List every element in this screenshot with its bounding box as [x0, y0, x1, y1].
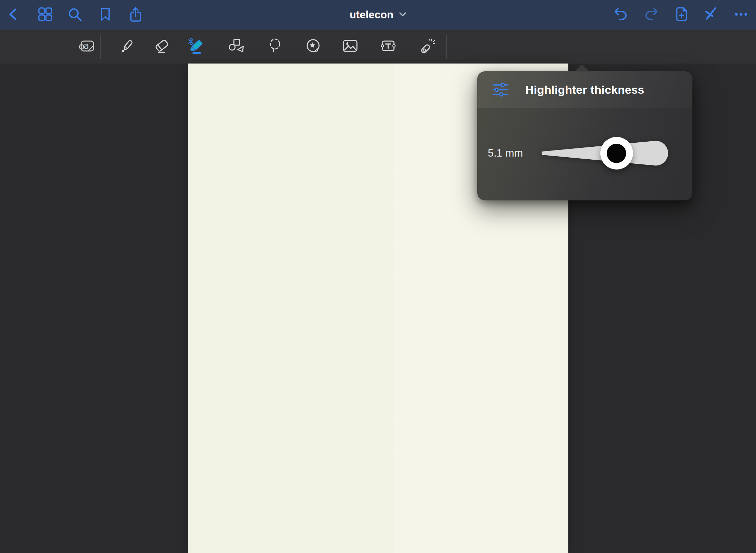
thickness-slider[interactable]	[541, 140, 670, 167]
app-screen: utelecon	[0, 0, 756, 553]
share-icon	[128, 6, 143, 23]
svg-text:a: a	[84, 41, 89, 51]
lasso-icon	[267, 38, 284, 56]
popover-caret	[574, 64, 590, 72]
more-button[interactable]	[730, 0, 752, 30]
thickness-slider-thumb[interactable]	[600, 137, 633, 170]
eraser-icon	[154, 38, 170, 56]
redo-icon	[643, 6, 658, 23]
redo-button[interactable]	[640, 0, 662, 30]
toolbar-divider	[100, 35, 101, 59]
drawing-toolbar: a	[0, 30, 756, 64]
bookmark-icon	[98, 7, 113, 23]
tool-highlighter[interactable]	[183, 30, 209, 64]
pages-overview-button[interactable]	[34, 0, 56, 30]
tool-laser-pointer[interactable]	[414, 30, 440, 64]
tool-stickers[interactable]	[300, 30, 326, 64]
back-button[interactable]	[3, 0, 24, 30]
thickness-value: 5.1 mm	[488, 147, 523, 160]
popover-header: Highlighter thickness	[477, 71, 692, 108]
image-icon	[342, 38, 358, 56]
ellipsis-icon	[734, 7, 749, 23]
pen-icon	[117, 38, 133, 56]
add-page-button[interactable]	[671, 0, 692, 30]
canvas-area: Highlighter thickness 5.1 mm	[0, 64, 756, 553]
add-page-icon	[674, 6, 689, 23]
popover-title: Highlighter thickness	[477, 71, 692, 108]
undo-icon	[614, 6, 629, 23]
crossed-pen-icon	[703, 7, 718, 23]
search-button[interactable]	[64, 0, 86, 30]
tool-eraser[interactable]	[149, 30, 175, 64]
tool-lasso[interactable]	[262, 30, 288, 64]
grid-icon	[38, 7, 53, 23]
sticker-star-icon	[305, 38, 321, 56]
bluetooth-icon	[189, 38, 193, 45]
laser-pointer-icon	[419, 38, 435, 56]
shapes-icon	[228, 38, 245, 56]
thickness-slider-thumb-core	[607, 144, 626, 163]
tool-shapes[interactable]	[224, 30, 250, 64]
tool-image[interactable]	[337, 30, 363, 64]
tool-text[interactable]	[375, 30, 401, 64]
back-chevron-icon	[6, 7, 21, 23]
text-icon	[380, 38, 396, 56]
tool-pen[interactable]	[112, 30, 138, 64]
highlighter-thickness-popover: Highlighter thickness 5.1 mm	[477, 71, 692, 200]
top-navigation-bar: utelecon	[0, 0, 756, 30]
search-icon	[67, 7, 82, 23]
chevron-down-icon	[399, 12, 407, 18]
tool-zoom-window[interactable]: a	[74, 30, 100, 64]
bookmark-button[interactable]	[94, 0, 116, 30]
zoom-window-icon: a	[79, 38, 95, 56]
stylus-mode-button[interactable]	[700, 0, 721, 30]
highlighter-icon	[188, 38, 205, 56]
share-button[interactable]	[125, 0, 147, 30]
document-title-menu[interactable]: utelecon	[349, 0, 406, 30]
toolbar-divider	[446, 35, 447, 59]
undo-button[interactable]	[610, 0, 632, 30]
page-title: utelecon	[349, 9, 393, 21]
